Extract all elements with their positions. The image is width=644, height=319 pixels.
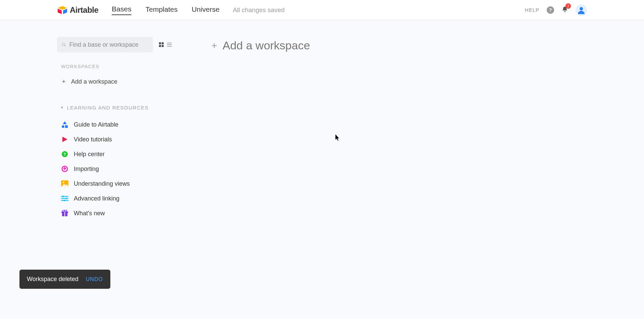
resource-label: Advanced linking bbox=[74, 195, 119, 202]
svg-rect-7 bbox=[162, 42, 164, 44]
workspaces-heading: WORKSPACES bbox=[61, 64, 174, 69]
nav-tabs: Bases Templates Universe bbox=[112, 5, 219, 15]
svg-marker-0 bbox=[58, 6, 67, 10]
svg-rect-8 bbox=[159, 45, 161, 47]
tab-bases[interactable]: Bases bbox=[112, 5, 131, 15]
learning-resources-heading[interactable]: ▼ LEARNING AND RESOURCES bbox=[60, 105, 174, 110]
svg-rect-10 bbox=[167, 43, 172, 43]
tab-universe[interactable]: Universe bbox=[192, 5, 219, 15]
svg-rect-12 bbox=[167, 46, 172, 47]
shapes-icon bbox=[61, 121, 68, 128]
svg-point-23 bbox=[62, 196, 64, 197]
caret-down-icon: ▼ bbox=[60, 106, 64, 109]
main-area: WORKSPACES + Add a workspace ▼ LEARNING … bbox=[0, 20, 644, 221]
view-toggle bbox=[156, 40, 174, 50]
user-icon bbox=[577, 6, 585, 14]
grid-view-icon[interactable] bbox=[159, 42, 164, 47]
svg-rect-11 bbox=[167, 44, 172, 45]
tab-templates[interactable]: Templates bbox=[146, 5, 178, 15]
resource-guide[interactable]: Guide to Airtable bbox=[57, 117, 174, 132]
resource-video[interactable]: Video tutorials bbox=[57, 132, 174, 147]
gift-icon bbox=[61, 210, 68, 217]
svg-point-14 bbox=[62, 125, 64, 128]
svg-rect-9 bbox=[162, 45, 164, 47]
resource-label: Understanding views bbox=[74, 180, 130, 187]
play-icon bbox=[61, 136, 68, 143]
toast-undo-button[interactable]: UNDO bbox=[86, 276, 103, 282]
toast-notification: Workspace deleted UNDO bbox=[19, 270, 110, 289]
resource-label: Help center bbox=[74, 151, 105, 158]
svg-point-32 bbox=[65, 210, 67, 212]
brand-logo[interactable]: Airtable bbox=[57, 5, 98, 15]
user-avatar[interactable] bbox=[576, 4, 587, 16]
resource-views[interactable]: Understanding views bbox=[57, 176, 174, 191]
svg-marker-1 bbox=[58, 9, 62, 14]
add-workspace-sidebar[interactable]: + Add a workspace bbox=[57, 75, 174, 88]
top-nav-bar: Airtable Bases Templates Universe All ch… bbox=[0, 0, 644, 20]
svg-rect-6 bbox=[159, 42, 161, 44]
resource-whats-new[interactable]: What's new bbox=[57, 206, 174, 221]
learning-heading-label: LEARNING AND RESOURCES bbox=[67, 105, 149, 110]
svg-marker-16 bbox=[62, 137, 67, 142]
svg-marker-13 bbox=[63, 121, 67, 124]
svg-point-4 bbox=[62, 43, 65, 45]
notification-badge: 2 bbox=[566, 3, 571, 9]
add-workspace-button[interactable]: + Add a workspace bbox=[211, 39, 587, 52]
airtable-logo-icon bbox=[57, 5, 68, 15]
resource-label: Guide to Airtable bbox=[74, 121, 118, 128]
list-view-icon[interactable] bbox=[167, 42, 172, 47]
brand-name: Airtable bbox=[70, 5, 98, 15]
svg-rect-30 bbox=[64, 212, 65, 216]
svg-rect-15 bbox=[65, 125, 68, 128]
sidebar: WORKSPACES + Add a workspace ▼ LEARNING … bbox=[57, 37, 174, 221]
help-label[interactable]: HELP bbox=[525, 7, 539, 13]
search-icon bbox=[62, 42, 66, 47]
svg-point-21 bbox=[63, 182, 64, 183]
add-workspace-label: Add a workspace bbox=[71, 78, 117, 85]
save-status: All changes saved bbox=[233, 6, 284, 14]
svg-text:?: ? bbox=[63, 152, 66, 157]
resource-label: Importing bbox=[74, 166, 99, 173]
resource-linking[interactable]: Advanced linking bbox=[57, 191, 174, 206]
search-input[interactable] bbox=[69, 41, 148, 48]
content-area: + Add a workspace bbox=[211, 37, 587, 221]
resource-help-center[interactable]: ? Help center bbox=[57, 147, 174, 162]
svg-line-5 bbox=[64, 45, 66, 47]
upload-circle-icon bbox=[61, 165, 68, 173]
topbar-right: HELP ? 2 bbox=[525, 4, 587, 16]
svg-marker-2 bbox=[63, 9, 67, 14]
svg-point-27 bbox=[64, 200, 65, 201]
toast-message: Workspace deleted bbox=[27, 276, 78, 283]
resource-label: What's new bbox=[74, 210, 105, 217]
help-icon[interactable]: ? bbox=[547, 6, 554, 14]
plus-icon: + bbox=[211, 40, 217, 51]
svg-point-3 bbox=[580, 7, 583, 10]
search-row bbox=[57, 37, 174, 52]
resource-importing[interactable]: Importing bbox=[57, 162, 174, 176]
sliders-icon bbox=[61, 195, 68, 202]
svg-point-25 bbox=[66, 198, 67, 199]
plus-icon: + bbox=[61, 78, 66, 85]
search-box[interactable] bbox=[57, 37, 153, 52]
add-workspace-main-label: Add a workspace bbox=[223, 39, 310, 52]
resource-label: Video tutorials bbox=[74, 136, 112, 143]
question-circle-icon: ? bbox=[61, 150, 68, 158]
notifications-button[interactable]: 2 bbox=[561, 6, 568, 14]
image-icon bbox=[61, 180, 68, 187]
